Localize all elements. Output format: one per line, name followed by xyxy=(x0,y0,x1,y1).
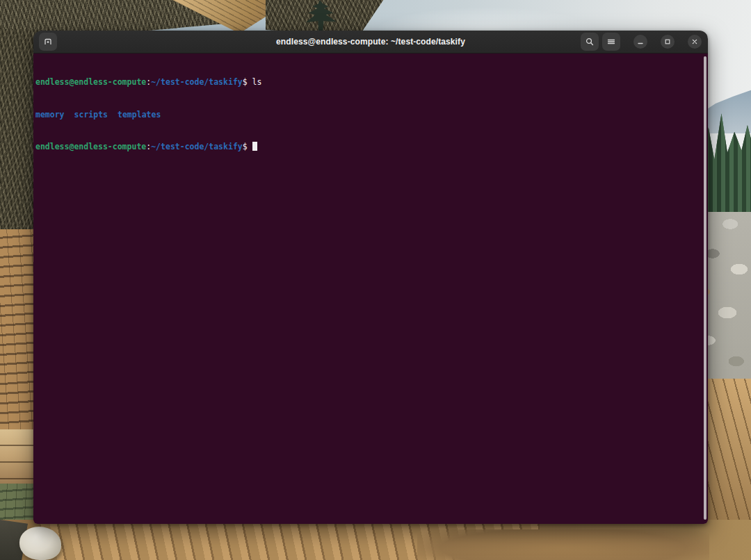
terminal-content[interactable]: endless@endless-compute:~/test-code/task… xyxy=(33,53,708,524)
ls-output-line: memoryscriptstemplates xyxy=(35,110,701,121)
terminal-cursor xyxy=(252,142,257,151)
prompt-path: ~/test-code/taskify xyxy=(151,142,243,151)
new-tab-button[interactable] xyxy=(39,33,57,51)
prompt-user-host: endless@endless-compute xyxy=(35,142,146,151)
terminal-window: endless@endless-compute: ~/test-code/tas… xyxy=(33,31,708,524)
directory-entry: memory xyxy=(35,110,65,120)
close-icon xyxy=(691,38,698,45)
prompt-path: ~/test-code/taskify xyxy=(151,77,243,87)
prompt-symbol: $ xyxy=(243,142,252,151)
minimize-button[interactable] xyxy=(633,35,647,49)
prompt-user-host: endless@endless-compute xyxy=(35,77,146,87)
close-button[interactable] xyxy=(688,35,702,49)
new-tab-icon xyxy=(43,37,53,47)
terminal-scrollbar[interactable] xyxy=(704,56,706,520)
wallpaper-stone-figure xyxy=(19,527,61,560)
titlebar[interactable]: endless@endless-compute: ~/test-code/tas… xyxy=(33,31,708,53)
prompt-symbol: $ xyxy=(243,77,252,87)
command-text: ls xyxy=(252,77,262,87)
titlebar-controls xyxy=(581,33,708,51)
menu-button[interactable] xyxy=(602,33,620,51)
wallpaper-dirt-patch xyxy=(417,529,709,560)
directory-entry: scripts xyxy=(74,110,108,120)
search-button[interactable] xyxy=(581,33,599,51)
directory-entry: templates xyxy=(118,110,161,120)
maximize-icon xyxy=(664,38,671,45)
search-icon xyxy=(585,37,595,47)
prompt-line-1: endless@endless-compute:~/test-code/task… xyxy=(35,77,701,88)
prompt-line-2: endless@endless-compute:~/test-code/task… xyxy=(35,142,701,153)
minimize-icon xyxy=(637,38,644,45)
maximize-button[interactable] xyxy=(661,35,675,49)
hamburger-menu-icon xyxy=(606,37,616,47)
